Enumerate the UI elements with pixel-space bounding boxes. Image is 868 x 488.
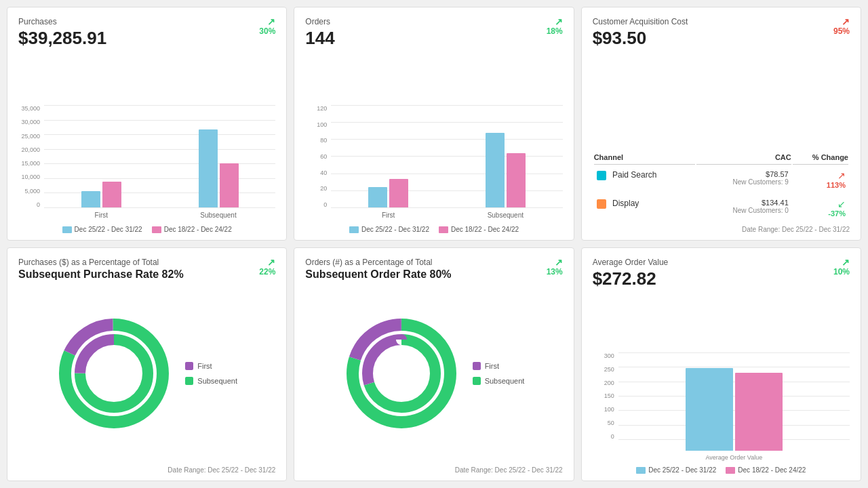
- orders-bar-pink-first: [389, 179, 408, 207]
- orders-pct-arrow-icon: ↗: [555, 258, 563, 267]
- orders-badge-value: 18%: [547, 26, 563, 36]
- purchases-card: Purchases $39,285.91 ↗ 30% 35,000 30,000…: [7, 7, 287, 241]
- purchases-legend-pink: Dec 18/22 - Dec 24/22: [152, 226, 232, 233]
- aov-badge: ↗ 10%: [833, 258, 850, 277]
- purchases-pct-legend-purple-color: [185, 362, 193, 370]
- purchases-pct-badge: ↗ 22%: [259, 258, 275, 277]
- display-channel-name: Display: [612, 199, 639, 208]
- aov-value: $272.82: [593, 268, 850, 289]
- display-arrow-icon: ↙: [837, 199, 846, 209]
- orders-bar-blue-first: [368, 187, 387, 207]
- cac-row-display: Display $134.41 New Customers: 0 ↙ -37%: [594, 195, 848, 222]
- aov-bars: [593, 352, 850, 452]
- aov-bar-group: [618, 368, 850, 451]
- orders-pct-badge: ↗ 13%: [547, 258, 563, 277]
- cac-row-paid-search: Paid Search $78.57 New Customers: 9 ↗ 11…: [594, 166, 848, 193]
- purchases-bar-pink-first: [102, 182, 121, 207]
- orders-chart-area: 120 100 80 60 40 20 0: [305, 54, 562, 233]
- purchases-pct-badge-value: 22%: [259, 267, 275, 277]
- orders-pct-date-range: Date Range: Dec 25/22 - Dec 31/22: [305, 466, 562, 474]
- purchases-pct-legend-subsequent-label: Subsequent: [197, 377, 237, 385]
- purchases-legend-pink-color: [152, 226, 161, 233]
- cac-col-cac: CAC: [696, 153, 791, 165]
- purchases-legend-blue-label: Dec 25/22 - Dec 31/22: [75, 226, 142, 233]
- purchases-pct-title: Purchases ($) as a Percentage of Total: [18, 258, 275, 267]
- orders-pct-legend-first: First: [473, 362, 525, 370]
- paid-search-indicator: [597, 171, 606, 180]
- purchases-bar-pink-subsequent: [220, 163, 239, 207]
- purchases-badge-value: 30%: [259, 26, 275, 36]
- orders-pct-legend-subsequent: Subsequent: [473, 377, 525, 385]
- purchases-pct-legend: First Subsequent: [185, 362, 237, 385]
- purchases-pct-legend-first: First: [185, 362, 237, 370]
- orders-label-first: First: [382, 211, 395, 219]
- orders-bar-group-first: First: [331, 179, 446, 219]
- cac-date-range: Date Range: Dec 25/22 - Dec 31/22: [593, 226, 850, 233]
- orders-pct-title: Orders (#) as a Percentage of Total: [305, 258, 562, 267]
- orders-pct-donut-area: First Subsequent: [305, 283, 562, 464]
- purchases-arrow-icon: ↗: [267, 17, 275, 26]
- aov-title: Average Order Value: [593, 258, 850, 267]
- cac-col-change: % Change: [793, 153, 848, 165]
- purchases-badge: ↗ 30%: [259, 17, 275, 36]
- orders-bar-pink-subsequent: [507, 153, 526, 207]
- cac-table: Channel CAC % Change Paid Search $78.57: [593, 152, 850, 223]
- orders-bar-chart: 120 100 80 60 40 20 0: [305, 105, 562, 220]
- aov-x-labels: Average Order Value: [593, 452, 850, 461]
- orders-legend-pink: Dec 18/22 - Dec 24/22: [439, 226, 519, 233]
- orders-label-subsequent: Subsequent: [488, 211, 524, 219]
- orders-card: Orders 144 ↗ 18% 120 100 80 60 40 20 0: [294, 7, 574, 241]
- orders-pct-legend-purple-color: [473, 362, 481, 370]
- orders-bar-blue-subsequent: [486, 133, 505, 207]
- purchases-value: $39,285.91: [18, 28, 275, 49]
- cac-card: Customer Acquisition Cost $93.50 ↗ 95% C…: [581, 7, 861, 241]
- purchases-label-first: First: [95, 211, 108, 219]
- aov-badge-value: 10%: [833, 267, 850, 277]
- purchases-pct-donut-area: First Subsequent: [18, 283, 275, 464]
- purchases-pct-date-range: Date Range: Dec 25/22 - Dec 31/22: [18, 466, 275, 474]
- paid-search-cac: $78.57: [699, 170, 789, 178]
- purchases-legend-blue-color: [62, 226, 72, 233]
- display-change: -37%: [795, 209, 846, 218]
- svg-point-9: [381, 353, 422, 394]
- aov-bar-blue: [686, 368, 733, 451]
- orders-pct-badge-value: 13%: [547, 267, 563, 277]
- purchases-pct-legend-subsequent: Subsequent: [185, 377, 237, 385]
- purchases-legend-blue: Dec 25/22 - Dec 31/22: [62, 226, 142, 233]
- orders-pct-card: Orders (#) as a Percentage of Total Subs…: [294, 247, 574, 481]
- aov-bar-pink: [735, 373, 783, 451]
- paid-search-change: 113%: [795, 181, 846, 189]
- purchases-pct-legend-green-color: [185, 377, 193, 385]
- orders-pct-legend: First Subsequent: [473, 362, 525, 385]
- purchases-legend-pink-label: Dec 18/22 - Dec 24/22: [164, 226, 232, 233]
- display-new-customers: New Customers: 0: [699, 207, 789, 214]
- orders-pct-donut: [344, 316, 459, 431]
- orders-bars: First Subsequent: [305, 105, 562, 220]
- cac-col-channel: Channel: [594, 153, 696, 165]
- purchases-bar-group-subsequent: Subsequent: [161, 129, 276, 219]
- purchases-bar-chart: 35,000 30,000 25,000 20,000 15,000 10,00…: [18, 105, 275, 220]
- display-cac: $134.41: [699, 199, 789, 207]
- purchases-pct-card: Purchases ($) as a Percentage of Total S…: [7, 247, 287, 481]
- cac-badge-value: 95%: [833, 26, 850, 36]
- dashboard: Purchases $39,285.91 ↗ 30% 35,000 30,000…: [7, 7, 861, 481]
- purchases-pct-donut-svg: [56, 316, 172, 431]
- aov-card: Average Order Value $272.82 ↗ 10% 300 25…: [581, 247, 861, 481]
- purchases-legend: Dec 25/22 - Dec 31/22 Dec 18/22 - Dec 24…: [18, 226, 275, 233]
- cac-table-area: Channel CAC % Change Paid Search $78.57: [593, 54, 850, 223]
- aov-bar-chart: 300 250 200 150 100 50 0: [593, 352, 850, 461]
- orders-pct-legend-subsequent-label: Subsequent: [485, 377, 525, 385]
- display-indicator: [597, 199, 606, 209]
- svg-point-4: [94, 353, 134, 394]
- purchases-label-subsequent: Subsequent: [200, 211, 236, 219]
- aov-x-label: Average Order Value: [618, 454, 850, 461]
- purchases-title: Purchases: [18, 17, 275, 26]
- aov-arrow-icon: ↗: [842, 258, 850, 267]
- purchases-bar-blue-first: [81, 191, 100, 207]
- orders-pct-legend-green-color: [473, 377, 481, 385]
- orders-title: Orders: [305, 17, 562, 26]
- orders-bar-group-subsequent: Subsequent: [448, 133, 563, 219]
- paid-search-arrow-icon: ↗: [837, 170, 846, 181]
- purchases-pct-arrow-icon: ↗: [267, 258, 275, 267]
- orders-pct-subtitle: Subsequent Order Rate 80%: [305, 268, 562, 281]
